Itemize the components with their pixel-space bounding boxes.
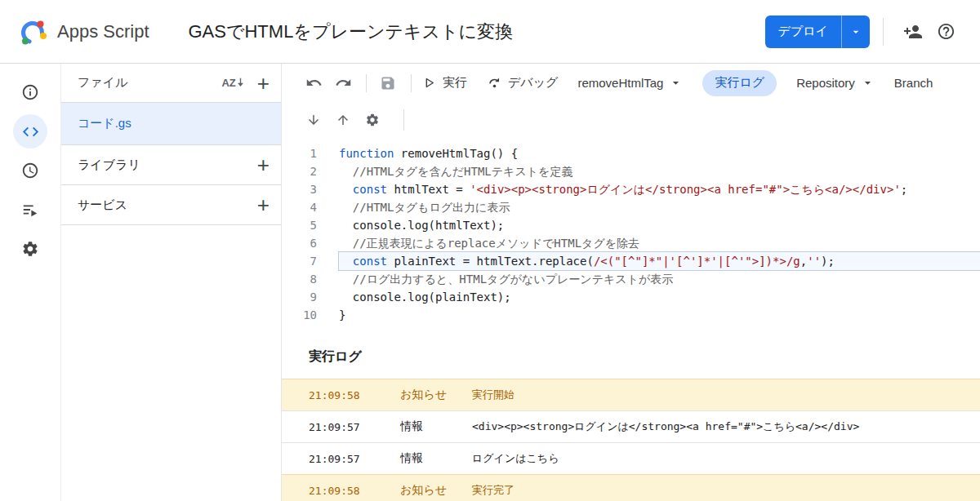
file-name: コード.gs: [78, 116, 131, 131]
app-name: Apps Script: [57, 21, 149, 42]
line-content: }: [339, 306, 980, 324]
line-number[interactable]: 4: [282, 198, 317, 216]
nav-overview-button[interactable]: [13, 75, 47, 109]
log-timestamp: 21:09:58: [309, 389, 400, 401]
left-nav-rail: [0, 64, 61, 501]
code-line-1[interactable]: 1function removeHtmlTag() {: [282, 144, 980, 162]
execution-log-label: 実行ログ: [715, 75, 764, 91]
code-line-10[interactable]: 10}: [282, 306, 980, 324]
chevron-down-icon[interactable]: [841, 16, 870, 48]
line-number[interactable]: 9: [282, 288, 317, 306]
redo-button[interactable]: [332, 72, 354, 95]
plus-icon: +: [257, 194, 270, 215]
sort-az-icon: AZ: [221, 77, 235, 89]
save-button[interactable]: [376, 72, 399, 95]
nav-executions-button[interactable]: [13, 193, 47, 227]
log-message: <div><p><strong>ログインは</strong><a href="#…: [472, 419, 859, 434]
main-body: ファイル AZ + コード.gs ライブラリ +: [0, 64, 980, 501]
nav-editor-button[interactable]: [13, 114, 47, 149]
execution-log-title: 実行ログ: [282, 332, 980, 379]
gear-icon: [365, 113, 380, 127]
gear-icon: [21, 240, 39, 258]
code-line-8[interactable]: 8 //ログ出力すると、HTMLタグがないプレーンテキストが表示: [282, 270, 980, 288]
editor-settings-button[interactable]: [361, 109, 384, 131]
apps-script-ide: Apps Script GASでHTMLをプレーンテキストに変換 デプロイ: [0, 0, 980, 501]
project-title[interactable]: GASでHTMLをプレーンテキストに変換: [189, 20, 514, 44]
function-selector[interactable]: removeHtmlTag: [577, 76, 683, 90]
branch-label: Branch: [894, 76, 933, 90]
plus-icon: +: [257, 154, 270, 175]
redo-icon: [335, 74, 352, 91]
line-content: //HTMLタグを含んだHTMLテキストを定義: [339, 162, 980, 180]
plus-icon: +: [257, 73, 270, 94]
debug-button[interactable]: デバッグ: [487, 75, 558, 91]
help-button[interactable]: [929, 16, 962, 48]
nav-settings-button[interactable]: [13, 232, 47, 266]
repository-selector[interactable]: Repository: [796, 76, 875, 90]
executions-list-play-icon: [21, 201, 39, 219]
code-line-3[interactable]: 3 const htmlText = '<div><p><strong>ログイン…: [282, 180, 980, 198]
log-message: 実行完了: [472, 483, 514, 498]
line-number[interactable]: 2: [282, 162, 317, 180]
libraries-label: ライブラリ: [78, 157, 140, 173]
branch-selector[interactable]: Branch: [894, 76, 933, 90]
deploy-button[interactable]: デプロイ: [765, 16, 870, 48]
log-row: 21:09:58お知らせ実行開始: [282, 379, 980, 410]
log-type: お知らせ: [400, 388, 472, 402]
add-service-button[interactable]: +: [257, 194, 270, 215]
debug-step-icon: [487, 75, 502, 91]
divider: [883, 18, 884, 46]
secondary-toolbar: [282, 102, 980, 138]
code-area[interactable]: 1function removeHtmlTag() {2 //HTMLタグを含ん…: [282, 138, 980, 332]
file-item-code-gs[interactable]: コード.gs: [61, 103, 281, 145]
line-content: //HTMLタグもログ出力に表示: [339, 198, 980, 216]
move-up-button[interactable]: [332, 109, 354, 131]
undo-icon: [305, 74, 323, 91]
info-icon: [21, 83, 39, 101]
log-timestamp: 21:09:58: [309, 485, 400, 497]
code-line-9[interactable]: 9 console.log(plainText);: [282, 288, 980, 306]
repository-label: Repository: [796, 76, 855, 90]
run-button[interactable]: 実行: [421, 75, 467, 91]
line-number[interactable]: 3: [282, 180, 317, 198]
sort-az-button[interactable]: AZ: [221, 77, 243, 89]
line-content: //正規表現によるreplaceメソッドでHTMLタグを除去: [339, 234, 980, 252]
log-message: ログインはこちら: [472, 451, 559, 466]
log-type: お知らせ: [400, 483, 472, 498]
undo-button[interactable]: [302, 72, 325, 95]
line-content: const htmlText = '<div><p><strong>ログインは<…: [339, 180, 980, 198]
code-line-5[interactable]: 5 console.log(htmlText);: [282, 216, 980, 234]
log-message: 実行開始: [472, 388, 514, 402]
run-label: 実行: [443, 75, 467, 91]
arrow-up-icon: [336, 113, 350, 127]
line-number[interactable]: 1: [282, 144, 317, 162]
execution-log-panel: 実行ログ 21:09:58お知らせ実行開始21:09:57情報<div><p><…: [282, 332, 980, 501]
line-number[interactable]: 5: [282, 216, 317, 234]
chevron-down-icon: [861, 76, 875, 90]
play-icon: [421, 75, 437, 91]
nav-triggers-button[interactable]: [13, 153, 47, 188]
add-library-button[interactable]: +: [257, 154, 270, 175]
line-content: console.log(plainText);: [339, 288, 980, 306]
code-line-2[interactable]: 2 //HTMLタグを含んだHTMLテキストを定義: [282, 162, 980, 180]
add-user-button[interactable]: [897, 16, 929, 48]
line-content: const plainText = htmlText.replace(/<("[…: [339, 252, 980, 270]
editor-toolbar: 実行 デバッグ removeHtmlTag 実行ログ: [282, 64, 980, 102]
line-number[interactable]: 10: [282, 306, 317, 324]
debug-label: デバッグ: [508, 75, 558, 91]
divider: [411, 74, 412, 92]
divider: [403, 109, 404, 131]
line-number[interactable]: 6: [282, 234, 317, 252]
add-file-button[interactable]: +: [257, 73, 270, 94]
brand[interactable]: Apps Script: [18, 18, 149, 46]
move-down-button[interactable]: [302, 109, 325, 131]
code-line-7[interactable]: 7 const plainText = htmlText.replace(/<(…: [282, 252, 980, 270]
line-number[interactable]: 8: [282, 270, 317, 288]
arrow-down-icon: [306, 113, 321, 127]
services-label: サービス: [78, 197, 127, 213]
code-line-6[interactable]: 6 //正規表現によるreplaceメソッドでHTMLタグを除去: [282, 234, 980, 252]
save-icon: [380, 75, 396, 91]
code-line-4[interactable]: 4 //HTMLタグもログ出力に表示: [282, 198, 980, 216]
line-number[interactable]: 7: [282, 252, 317, 270]
execution-log-button[interactable]: 実行ログ: [702, 70, 777, 96]
